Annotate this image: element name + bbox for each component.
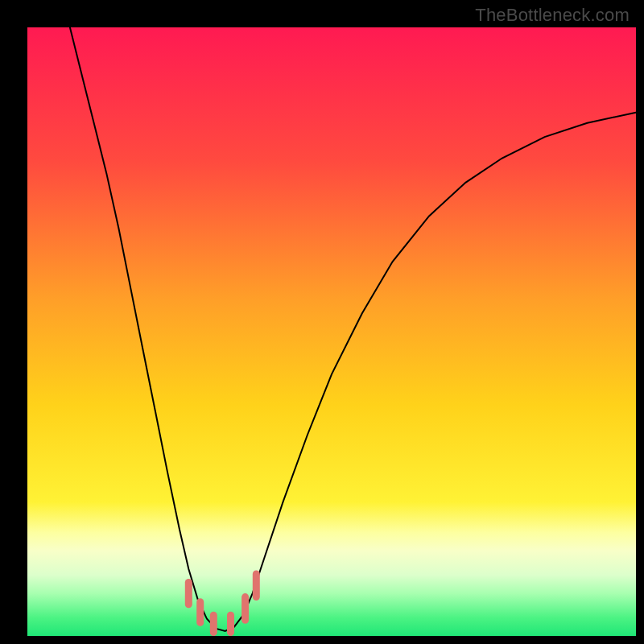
plot-background — [27, 27, 636, 636]
chart-stage: TheBottleneck.com — [0, 0, 644, 644]
watermark-text: TheBottleneck.com — [475, 5, 630, 26]
bottleneck-chart — [0, 0, 644, 644]
